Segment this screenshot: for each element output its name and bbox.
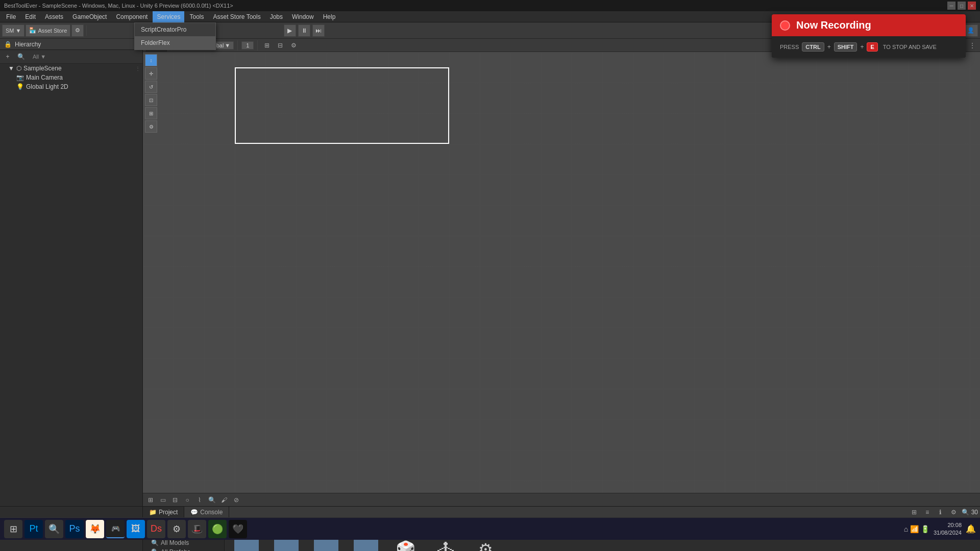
hierarchy-lock-icon: 🔒 xyxy=(4,41,12,48)
rect-tool-btn[interactable]: ▭ xyxy=(157,494,168,506)
select-tool-btn[interactable]: ⊞ xyxy=(145,494,156,506)
tool-rect[interactable]: ⊞ xyxy=(145,107,157,119)
tool-scale[interactable]: ⊡ xyxy=(145,94,157,106)
tool-hand[interactable]: ↕ xyxy=(145,54,157,66)
scene-menu-btn[interactable]: ⋮ xyxy=(967,40,978,51)
hierarchy-add-button[interactable]: + xyxy=(2,51,13,62)
scene-bottom-toolbar: ⊞ ▭ ⊟ ○ ⌇ 🔍 🖌 ⊘ xyxy=(143,493,980,506)
hierarchy-all-filter[interactable]: All ▼ xyxy=(29,53,50,61)
asset-store-label: 🏪 xyxy=(29,27,36,34)
taskbar-photoshop[interactable]: Pt xyxy=(24,520,43,538)
asset-settings-btn[interactable]: ⚙ xyxy=(948,507,960,518)
scene-icon: ⬡ xyxy=(16,65,21,72)
recording-action-text: TO STOP AND SAVE xyxy=(883,44,937,50)
menu-assets[interactable]: Assets xyxy=(41,11,67,22)
sidebar-all-prefabs[interactable]: 🔍 All Prefabs xyxy=(143,547,224,551)
recording-overlay: Now Recording PRESS CTRL + SHIFT + E TO … xyxy=(772,14,966,58)
taskbar-ps[interactable]: Ps xyxy=(65,520,84,538)
services-dropdown: ScriptCreatorPro FolderFlex xyxy=(134,22,216,50)
paint-tool-btn[interactable]: 🖌 xyxy=(218,494,230,506)
menu-file[interactable]: File xyxy=(2,11,20,22)
gizmos-button[interactable]: ⚙ xyxy=(288,40,299,51)
taskbar-gear[interactable]: ⚙ xyxy=(167,520,186,538)
plus-2: + xyxy=(860,43,864,51)
shift-key-badge: SHIFT xyxy=(834,42,857,52)
sm-button[interactable]: SM ▼ xyxy=(2,24,24,37)
hierarchy-scene-item[interactable]: ▼ ⬡ SampleScene ⋮ xyxy=(0,64,142,73)
menu-edit[interactable]: Edit xyxy=(21,11,40,22)
taskbar-search[interactable]: 🔍 xyxy=(45,520,63,538)
tool-transform[interactable]: ⚙ xyxy=(145,120,157,133)
brush-tool-btn[interactable]: ⊟ xyxy=(169,494,181,506)
console-tab-label: Console xyxy=(200,509,223,516)
settings-button[interactable]: ⚙ xyxy=(71,24,84,37)
menu-window[interactable]: Window xyxy=(288,11,318,22)
hierarchy-global-light[interactable]: 💡 Global Light 2D xyxy=(0,82,142,91)
scene-num-input[interactable] xyxy=(241,41,254,49)
menu-help[interactable]: Help xyxy=(319,11,340,22)
bottom-tabs: 📁 Project 💬 Console ⊞ ≡ ℹ ⚙ 🔍 30 xyxy=(143,507,980,518)
taskbar-hat[interactable]: 🎩 xyxy=(188,520,206,538)
maximize-button[interactable]: □ xyxy=(958,2,966,10)
hierarchy-scene-menu[interactable]: ⋮ xyxy=(135,66,140,71)
play-button[interactable]: ▶ xyxy=(284,24,296,37)
ctrl-key-badge: CTRL xyxy=(802,42,824,52)
sm-label: SM xyxy=(6,28,14,34)
snap-button[interactable]: ⊟ xyxy=(275,40,286,51)
close-button[interactable]: ✕ xyxy=(968,2,976,10)
eraser-tool-btn[interactable]: ⊘ xyxy=(231,494,242,506)
taskbar-firefox[interactable]: 🦊 xyxy=(86,520,104,538)
toolbar-sep-1 xyxy=(86,26,87,36)
taskbar-green[interactable]: 🟢 xyxy=(208,520,227,538)
taskbar-explorer[interactable]: 🖼 xyxy=(127,520,145,538)
scene-expand-icon: ▼ xyxy=(8,65,14,72)
taskbar-notification[interactable]: 🔔 xyxy=(966,524,976,534)
global-light-icon: 💡 xyxy=(16,83,24,90)
menu-services[interactable]: Services xyxy=(153,11,184,22)
taskbar-clock: 20:08 31/08/2024 xyxy=(934,521,962,536)
asset-store-button[interactable]: 🏪 Asset Store xyxy=(26,24,70,37)
menu-gameobject[interactable]: GameObject xyxy=(68,11,111,22)
dropdown-scriptcreatorpro[interactable]: ScriptCreatorPro xyxy=(135,23,215,36)
menu-jobs[interactable]: Jobs xyxy=(266,11,287,22)
pause-button[interactable]: ⏸ xyxy=(298,24,310,37)
zoom-level: 30 xyxy=(971,509,978,516)
asset-info-btn[interactable]: ℹ xyxy=(935,507,946,518)
circle-tool-btn[interactable]: ○ xyxy=(182,494,193,506)
window-title: BestToolEver - SampleScene - Windows, Ma… xyxy=(4,3,947,9)
menu-tools[interactable]: Tools xyxy=(185,11,208,22)
taskbar-ds[interactable]: Ds xyxy=(147,520,165,538)
line-tool-btn[interactable]: ⌇ xyxy=(194,494,205,506)
asset-browser-controls: ⊞ ≡ ℹ ⚙ 🔍 30 xyxy=(909,507,980,517)
scene-viewport[interactable]: ↕ ✛ ↺ ⊡ ⊞ ⚙ xyxy=(143,52,980,493)
taskbar-start[interactable]: ⊞ xyxy=(4,520,22,538)
console-icon: 💬 xyxy=(190,509,198,516)
taskbar-right: ⌂ 📶 🔋 20:08 31/08/2024 🔔 xyxy=(904,521,976,536)
hierarchy-search-button[interactable]: 🔍 xyxy=(15,51,27,62)
collab-button[interactable]: 👤 xyxy=(964,24,978,37)
recording-body: PRESS CTRL + SHIFT + E TO STOP AND SAVE xyxy=(772,36,966,58)
tab-project[interactable]: 📁 Project xyxy=(143,507,184,518)
taskbar-unity[interactable]: 🎮 xyxy=(106,520,125,538)
tool-move[interactable]: ✛ xyxy=(145,67,157,80)
global-arrow: ▼ xyxy=(225,42,230,48)
scene-panel: Scene Pivot ▼ Global ▼ ⊞ ⊟ ⚙ 🔧 🔭 2D xyxy=(143,39,980,506)
window-controls[interactable]: ─ □ ✕ xyxy=(947,2,976,10)
asset-expand-btn[interactable]: ⊞ xyxy=(909,507,920,518)
dropdown-folderflex[interactable]: FolderFlex xyxy=(135,36,215,49)
global-light-label: Global Light 2D xyxy=(26,83,68,90)
tab-console[interactable]: 💬 Console xyxy=(184,507,229,518)
asset-list-btn[interactable]: ≡ xyxy=(922,507,933,518)
grid-button[interactable]: ⊞ xyxy=(261,40,273,51)
menu-asset-store-tools[interactable]: Asset Store Tools xyxy=(209,11,264,22)
next-button[interactable]: ⏭ xyxy=(312,24,325,37)
tool-rotate[interactable]: ↺ xyxy=(145,81,157,93)
all-prefabs-label: All Prefabs xyxy=(161,548,190,551)
search-icon-models: 🔍 xyxy=(151,539,159,546)
scene-rect xyxy=(235,67,449,144)
hierarchy-main-camera[interactable]: 📷 Main Camera xyxy=(0,73,142,82)
menu-component[interactable]: Component xyxy=(112,11,152,22)
taskbar-black[interactable]: 🖤 xyxy=(229,520,247,538)
search-tool-btn[interactable]: 🔍 xyxy=(206,494,217,506)
minimize-button[interactable]: ─ xyxy=(947,2,955,10)
